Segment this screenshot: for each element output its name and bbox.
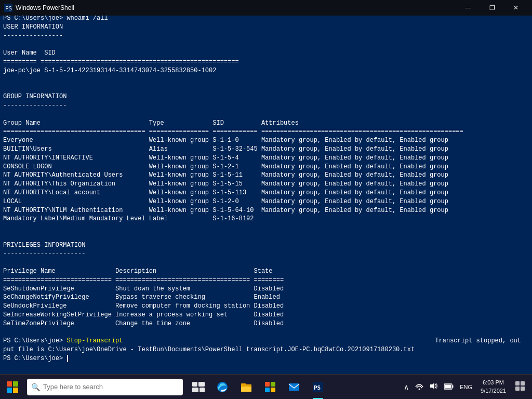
svg-text:PS: PS [314, 384, 321, 391]
terminal-line: SeChangeNotifyPrivilege Bypass traverse … [3, 293, 529, 302]
terminal-line [3, 110, 529, 119]
terminal-line: joe-pc\joe S-1-5-21-4223193144-331474307… [3, 66, 529, 75]
search-input[interactable] [43, 383, 179, 391]
terminal-line: ---------------------- [3, 250, 529, 259]
svg-rect-9 [200, 388, 205, 392]
terminal-line [3, 328, 529, 337]
terminal-content: PS C:\Users\joe> Start-TranscriptTranscr… [3, 16, 529, 363]
terminal-line [3, 223, 529, 232]
maximize-button[interactable]: ❐ [480, 0, 504, 16]
terminal-line: Group Name Type SID Attributes [3, 119, 529, 128]
terminal-line: BUILTIN\Users Alias S-1-5-32-545 Mandato… [3, 145, 529, 154]
terminal-line: ====================================== =… [3, 127, 529, 136]
taskbar-icons: PS [187, 375, 329, 400]
search-icon: 🔍 [31, 383, 40, 391]
system-tray: ∧ ENG 6:03 PM 9/17/2021 [402, 379, 532, 395]
svg-rect-29 [515, 387, 520, 391]
battery-icon[interactable] [442, 382, 456, 392]
terminal-line: PRIVILEGES INFORMATION [3, 241, 529, 250]
svg-rect-17 [265, 388, 270, 392]
terminal-line: NT AUTHORITY\This Organization Well-know… [3, 180, 529, 189]
keyboard-icon[interactable]: ENG [458, 383, 474, 391]
terminal-line: User Name SID [3, 49, 529, 58]
clock-time: 6:03 PM [481, 379, 506, 387]
task-view-button[interactable] [187, 375, 210, 400]
terminal-line: put file is C:\Users\joe\OneDrive - Test… [3, 345, 529, 354]
svg-rect-4 [7, 388, 12, 393]
terminal-line: Mandatory Label\Medium Mandatory Level L… [3, 215, 529, 223]
search-bar[interactable]: 🔍 [27, 379, 183, 395]
svg-point-22 [419, 389, 420, 390]
titlebar: PS Windows PowerShell — ❐ ✕ [0, 0, 532, 16]
terminal-line [3, 75, 529, 84]
close-button[interactable]: ✕ [504, 0, 528, 16]
system-clock[interactable]: 6:03 PM 9/17/2021 [476, 379, 510, 395]
minimize-button[interactable]: — [456, 0, 480, 16]
svg-rect-15 [265, 382, 270, 387]
terminal-line [3, 232, 529, 241]
terminal-line: Everyone Well-known group S-1-1-0 Mandat… [3, 136, 529, 145]
notification-button[interactable] [512, 381, 528, 393]
svg-text:PS: PS [5, 5, 12, 12]
window-title: Windows PowerShell [16, 4, 74, 11]
terminal-line: Privilege Name Description State [3, 267, 529, 276]
network-icon[interactable] [413, 381, 425, 393]
terminal-line: SeTimeZonePrivilege Change the time zone… [3, 320, 529, 328]
terminal-line: NT AUTHORITY\Authenticated Users Well-kn… [3, 171, 529, 180]
terminal-line: PS C:\Users\joe> [3, 354, 529, 363]
svg-rect-18 [271, 388, 275, 392]
powershell-taskbar-button[interactable]: PS [307, 375, 329, 400]
volume-icon[interactable] [428, 381, 440, 393]
svg-rect-26 [445, 384, 451, 388]
mail-button[interactable] [283, 375, 305, 400]
window-controls: — ❐ ✕ [456, 0, 528, 16]
svg-rect-27 [515, 381, 520, 385]
terminal-line: PS C:\Users\joe> Stop-TranscriptTranscri… [3, 337, 529, 345]
powershell-icon: PS [4, 4, 12, 12]
svg-marker-23 [430, 383, 434, 389]
terminal-line: ---------------- [3, 32, 529, 41]
svg-rect-14 [241, 385, 251, 387]
svg-rect-2 [7, 381, 12, 387]
terminal-line: NT AUTHORITY\NTLM Authentication Well-kn… [3, 206, 529, 215]
terminal-line: PS C:\Users\joe> whoami /all [3, 16, 529, 23]
terminal-line: LOCAL Well-known group S-1-2-0 Mandatory… [3, 197, 529, 206]
svg-rect-16 [271, 382, 275, 387]
terminal-line: ============================= ==========… [3, 276, 529, 285]
svg-rect-30 [521, 387, 525, 391]
terminal-line [3, 40, 529, 49]
taskbar: 🔍 [0, 374, 532, 399]
terminal-line: CONSOLE LOGON Well-known group S-1-2-1 M… [3, 163, 529, 171]
svg-rect-6 [192, 382, 197, 387]
terminal-line: USER INFORMATION [3, 23, 529, 32]
terminal-window[interactable]: PS C:\Users\joe> Start-TranscriptTranscr… [0, 16, 532, 374]
terminal-line: NT AUTHORITY\INTERACTIVE Well-known grou… [3, 154, 529, 163]
svg-rect-3 [13, 381, 18, 387]
file-explorer-button[interactable] [235, 375, 258, 400]
terminal-line [3, 258, 529, 267]
terminal-line: SeUndockPrivilege Remove computer from d… [3, 302, 529, 311]
svg-rect-25 [453, 385, 454, 388]
titlebar-left: PS Windows PowerShell [4, 4, 74, 12]
microsoft-store-button[interactable] [259, 375, 282, 400]
edge-browser-button[interactable] [211, 375, 234, 400]
terminal-line: SeIncreaseWorkingSetPrivilege Increase a… [3, 311, 529, 320]
terminal-line: GROUP INFORMATION [3, 92, 529, 101]
terminal-line: NT AUTHORITY\Local account Well-known gr… [3, 189, 529, 197]
svg-rect-8 [192, 388, 198, 392]
terminal-line: SeShutdownPrivilege Shut down the system… [3, 285, 529, 294]
terminal-line: ========= ==============================… [3, 58, 529, 66]
svg-rect-19 [289, 383, 299, 391]
terminal-line [3, 84, 529, 92]
clock-date: 9/17/2021 [481, 387, 506, 395]
svg-rect-5 [13, 388, 18, 393]
terminal-line: ----------------- [3, 101, 529, 110]
chevron-up-icon[interactable]: ∧ [402, 382, 411, 392]
svg-rect-28 [521, 381, 525, 385]
start-button[interactable] [0, 375, 25, 400]
svg-rect-7 [198, 382, 205, 387]
